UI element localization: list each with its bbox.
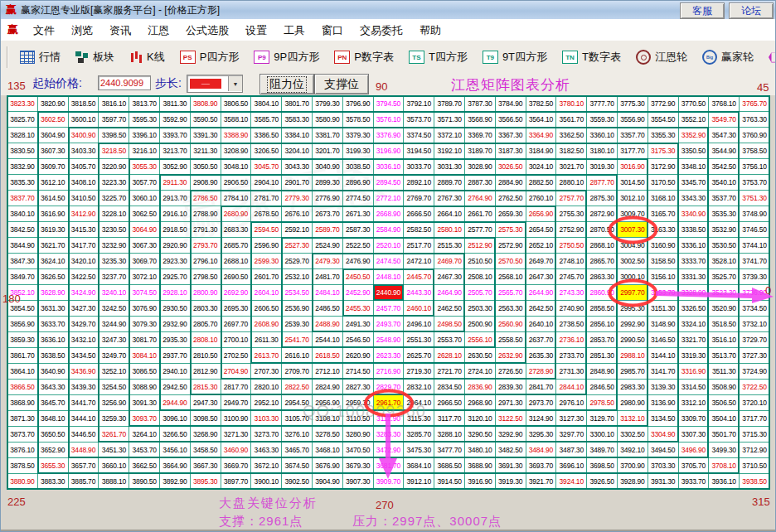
step-combobox[interactable]: — ▼ bbox=[187, 75, 243, 93]
start-price-input[interactable] bbox=[98, 75, 151, 90]
matrix-cell: 3108.10 bbox=[313, 411, 343, 427]
toolbar-item-K线[interactable]: K线 bbox=[122, 45, 172, 70]
matrix-cell: 2654.50 bbox=[526, 222, 557, 238]
matrix-cell: 2853.70 bbox=[587, 332, 618, 348]
matrix-cell: 3571.30 bbox=[434, 112, 465, 128]
matrix-cell: 2563.30 bbox=[496, 301, 526, 317]
matrix-cell: 3542.50 bbox=[709, 159, 740, 175]
matrix-cell: 2548.90 bbox=[374, 332, 405, 348]
matrix-cell: 2822.50 bbox=[282, 380, 313, 395]
matrix-cell: 2959.30 bbox=[343, 395, 374, 411]
matrix-cell: 3523.30 bbox=[709, 285, 740, 301]
matrix-cell: 2877.70 bbox=[587, 175, 618, 191]
matrix-cell: 3304.90 bbox=[648, 427, 679, 443]
matrix-cell: 3633.70 bbox=[38, 317, 69, 332]
toolbar-item-9P四方形[interactable]: P99P四方形 bbox=[246, 45, 327, 70]
toolbar-item-T四方形[interactable]: TST四方形 bbox=[401, 45, 475, 70]
matrix-cell: 3026.50 bbox=[496, 159, 526, 175]
menu-item-设置[interactable]: 设置 bbox=[237, 22, 275, 39]
matrix-cell: 2539.30 bbox=[282, 317, 313, 332]
matrix-cell: 3139.30 bbox=[648, 380, 679, 395]
matrix-cell: 2527.30 bbox=[282, 238, 313, 254]
matrix-cell: 3360.10 bbox=[587, 128, 618, 143]
matrix-cell: 2896.90 bbox=[343, 175, 374, 191]
service-button[interactable]: 客服 bbox=[680, 2, 725, 19]
toolbar-item-9T四方形[interactable]: T99T四方形 bbox=[475, 45, 555, 70]
chevron-down-icon[interactable]: ▼ bbox=[228, 76, 242, 91]
matrix-cell: 3801.70 bbox=[282, 96, 313, 112]
matrix-cell: 2668.90 bbox=[374, 206, 405, 222]
matrix-cell: 2575.30 bbox=[496, 222, 526, 238]
resistance-button[interactable]: 阻力位 bbox=[259, 74, 314, 94]
matrix-cell: 3928.90 bbox=[618, 474, 648, 490]
matrix-cell: 3916.90 bbox=[465, 474, 496, 490]
step-swatch: — bbox=[190, 79, 221, 89]
matrix-cell: 3744.10 bbox=[740, 238, 770, 254]
sector-blocks-icon bbox=[75, 51, 89, 63]
matrix-cell: 2882.50 bbox=[526, 175, 557, 191]
matrix-cell: 3828.10 bbox=[7, 128, 38, 143]
matrix-cell: 2971.30 bbox=[496, 395, 526, 411]
matrix-cell: 3367.30 bbox=[496, 128, 526, 143]
matrix-cell: 3009.70 bbox=[618, 206, 648, 222]
menu-item-资讯[interactable]: 资讯 bbox=[101, 22, 139, 39]
support-button[interactable]: 支撑位 bbox=[314, 74, 369, 94]
matrix-cell: 2709.70 bbox=[282, 364, 313, 380]
toolbar-item-P数字表[interactable]: PNP数字表 bbox=[327, 45, 401, 70]
matrix-cell: 3098.50 bbox=[191, 411, 221, 427]
menu-item-交易委托[interactable]: 交易委托 bbox=[352, 22, 411, 39]
toolbar-item-板块[interactable]: 板块 bbox=[68, 45, 122, 70]
menu-item-浏览[interactable]: 浏览 bbox=[63, 22, 101, 39]
toolbar-item-江恩轮[interactable]: 江恩轮 bbox=[628, 45, 695, 70]
matrix-cell: 3199.30 bbox=[343, 143, 374, 159]
menu-item-公式选股[interactable]: 公式选股 bbox=[177, 22, 237, 39]
matrix-cell: 2460.10 bbox=[404, 301, 434, 317]
menu-item-工具[interactable]: 工具 bbox=[275, 22, 313, 39]
matrix-cell: 3592.90 bbox=[160, 112, 191, 128]
matrix-cell: 3350.50 bbox=[679, 143, 710, 159]
matrix-cell: 3280.90 bbox=[343, 427, 374, 443]
matrix-cell: 3379.30 bbox=[343, 128, 374, 143]
matrix-cell: 3014.50 bbox=[618, 175, 648, 191]
candlestick-icon bbox=[129, 51, 143, 63]
matrix-cell: 3470.50 bbox=[343, 443, 374, 458]
matrix-cell: 2517.70 bbox=[404, 238, 434, 254]
matrix-cell: 2928.10 bbox=[160, 285, 191, 301]
matrix-cell: 2553.70 bbox=[434, 332, 465, 348]
toolbar-item-六角形[interactable]: 六角形 bbox=[761, 45, 776, 70]
matrix-cell: 3808.90 bbox=[191, 96, 221, 112]
matrix-cell: 3072.10 bbox=[129, 269, 160, 285]
matrix-cell: 3064.90 bbox=[129, 222, 160, 238]
matrix-cell: 2594.50 bbox=[251, 222, 282, 238]
matrix-cell: 3055.30 bbox=[129, 159, 160, 175]
menu-item-窗口[interactable]: 窗口 bbox=[313, 22, 352, 39]
matrix-cell: 3403.30 bbox=[69, 143, 99, 159]
toolbar-item-T数字表[interactable]: TNT数字表 bbox=[555, 45, 628, 70]
matrix-cell: 3364.90 bbox=[526, 128, 557, 143]
matrix-cell: 3268.90 bbox=[191, 427, 221, 443]
matrix-cell: 3576.10 bbox=[374, 112, 405, 128]
menu-item-文件[interactable]: 文件 bbox=[25, 22, 63, 39]
matrix-cell: 2524.90 bbox=[313, 238, 343, 254]
matrix-cell: 2536.90 bbox=[282, 301, 313, 317]
winner-wheel-icon: Big bbox=[702, 50, 717, 65]
matrix-cell: 2757.70 bbox=[556, 191, 587, 206]
matrix-cell: 2738.50 bbox=[556, 317, 587, 332]
toolbar-item-行情[interactable]: 行情 bbox=[12, 45, 68, 70]
matrix-cell: 3597.70 bbox=[99, 112, 129, 128]
matrix-cell: 2800.90 bbox=[191, 285, 221, 301]
matrix-cell: 2827.30 bbox=[343, 380, 374, 395]
matrix-cell: 2522.50 bbox=[343, 238, 374, 254]
toolbar-item-赢家轮[interactable]: Big赢家轮 bbox=[695, 45, 761, 70]
matrix-cell: 2448.10 bbox=[374, 269, 405, 285]
forum-button[interactable]: 论坛 bbox=[729, 2, 774, 19]
matrix-cell: 2464.90 bbox=[434, 285, 465, 301]
matrix-cell: 3117.70 bbox=[434, 411, 465, 427]
matrix-cell: 3904.90 bbox=[313, 474, 343, 490]
matrix-cell: 3907.30 bbox=[343, 474, 374, 490]
toolbar-item-P四方形[interactable]: PSP四方形 bbox=[172, 45, 247, 70]
menu-item-江恩[interactable]: 江恩 bbox=[139, 22, 177, 39]
app-window: { "window": { "logo": "赢", "title": "赢家江… bbox=[0, 0, 776, 532]
matrix-cell: 3422.50 bbox=[69, 269, 99, 285]
menu-item-帮助[interactable]: 帮助 bbox=[411, 22, 449, 39]
